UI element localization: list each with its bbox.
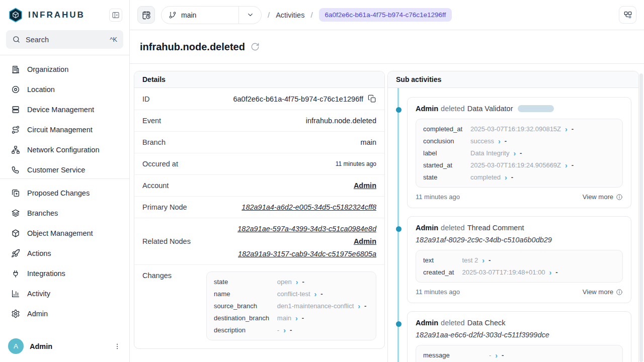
change-key: description — [214, 326, 269, 334]
sidebar-item-circuit-management[interactable]: Circuit Management — [6, 120, 123, 140]
refresh-button[interactable] — [251, 42, 260, 51]
change-arrow-icon: › — [495, 352, 498, 359]
plug-icon — [11, 269, 20, 278]
bar-chart-icon — [11, 289, 20, 298]
copy-icon[interactable] — [368, 95, 376, 103]
info-icon — [616, 194, 623, 201]
view-more-link[interactable]: View more — [583, 288, 623, 296]
breadcrumb-activities[interactable]: Activities — [276, 11, 304, 19]
nav-label: Location — [27, 85, 55, 94]
sidebar-nav-primary: Organization Location Device Management … — [0, 55, 129, 178]
related-node-link[interactable]: 182a91a9-3157-cab9-34dc-c51975e6805a — [238, 250, 376, 258]
sidebar-item-location[interactable]: Location — [6, 79, 123, 100]
node-id: 182a91aa-e6c6-d2fd-303d-c511f3999dce — [416, 331, 623, 339]
details-header: Details — [134, 71, 384, 88]
gear-icon — [11, 309, 20, 318]
nav-label: Branches — [27, 209, 58, 217]
kebab-menu-icon[interactable] — [113, 342, 121, 350]
detail-row-related-nodes: Related Nodes 182a91ae-597a-4399-34d3-c5… — [134, 218, 384, 265]
card-title: Admin deleted Thread Comment — [416, 224, 623, 232]
sidebar-item-admin[interactable]: Admin — [6, 304, 123, 324]
card-footer: 11 minutes ago View more — [416, 288, 623, 296]
breadcrumb-activity-id[interactable]: 6a0f2e6c-b61a-4f75-b974-c76c1e1296ff — [319, 8, 452, 22]
branch-selector-dropdown[interactable] — [238, 7, 261, 24]
card-title: Admin deleted Data Check — [416, 319, 623, 327]
sidebar-item-organization[interactable]: Organization — [6, 59, 123, 79]
nav-label: Integrations — [27, 269, 65, 278]
infrahub-logo-icon — [8, 8, 23, 23]
page-scrollbar[interactable] — [639, 73, 643, 362]
related-node-link[interactable]: Admin — [354, 237, 376, 245]
detail-row-branch: Branch main — [134, 132, 384, 153]
nav-label: Organization — [27, 65, 68, 73]
nav-label: Object Management — [27, 229, 93, 237]
nav-label: Customer Service — [27, 166, 85, 174]
change-arrow-icon: › — [505, 174, 507, 181]
id-value: 6a0f2e6c-b61a-4f75-b974-c76c1e1296ff — [233, 95, 363, 103]
change-arrow-icon: › — [565, 126, 568, 133]
breadcrumb-separator: / — [310, 11, 312, 19]
nav-label: Activity — [27, 290, 50, 298]
search-shortcut: ^K — [110, 36, 117, 43]
sidebar-item-object-management[interactable]: Object Management — [6, 223, 123, 243]
sidebar-item-integrations[interactable]: Integrations — [6, 263, 123, 284]
sidebar-item-customer-service[interactable]: Customer Service — [6, 160, 123, 178]
route-icon — [11, 125, 20, 134]
location-icon — [11, 85, 20, 94]
workflow-icon — [623, 11, 632, 20]
subactivity-card-data-validator: Admin deleted Data Validator completed_a… — [407, 97, 631, 208]
sidebar-item-activity[interactable]: Activity — [6, 284, 123, 304]
page-header: infrahub.node.deleted — [130, 30, 644, 64]
sidebar-item-network-configuration[interactable]: Network Configuration — [6, 140, 123, 160]
calendar-clock-icon — [142, 11, 151, 20]
change-arrow-icon: › — [482, 257, 485, 264]
search-input[interactable]: Search ^K — [6, 30, 123, 49]
event-value: infrahub.node.deleted — [306, 117, 376, 125]
sidebar-item-proposed-changes[interactable]: Proposed Changes — [6, 183, 123, 203]
change-arrow-icon: › — [358, 303, 360, 310]
related-node-link[interactable]: 182a91ae-597a-4399-34d3-c51ca0984e8d — [237, 225, 376, 233]
detail-row-event: Event infrahub.node.deleted — [134, 110, 384, 132]
search-placeholder: Search — [26, 36, 49, 44]
change-arrow-icon: › — [549, 269, 552, 276]
branch-selector[interactable]: main — [161, 6, 262, 24]
sidebar-item-branches[interactable]: Branches — [6, 203, 123, 223]
detail-row-occured-at: Occured at 11 minutes ago — [134, 153, 384, 175]
time-travel-button[interactable] — [137, 6, 155, 24]
info-icon — [616, 289, 623, 296]
nav-label: Actions — [27, 249, 51, 257]
sidebar-item-device-management[interactable]: Device Management — [6, 100, 123, 120]
attributes-box: message -›- keep_branch -›- enriched_con… — [416, 345, 623, 362]
time-ago: 11 minutes ago — [416, 288, 460, 296]
cube-icon — [11, 229, 20, 238]
content: Details ID 6a0f2e6c-b61a-4f75-b974-c76c1… — [130, 64, 644, 362]
occured-at-value: 11 minutes ago — [336, 160, 376, 167]
page-title: infrahub.node.deleted — [140, 41, 245, 53]
node-id: 182a91af-8029-2c9c-34db-c510a6b0db29 — [416, 236, 623, 244]
git-branch-icon — [169, 11, 177, 19]
card-title: Admin deleted Data Validator — [416, 105, 623, 113]
view-more-link[interactable]: View more — [583, 193, 623, 201]
detail-row-primary-node: Primary Node 182a91a4-a6d2-e005-34d5-c51… — [134, 197, 384, 218]
tasks-button[interactable] — [619, 6, 636, 24]
customer-service-icon — [11, 165, 20, 174]
chevron-down-icon — [247, 11, 254, 19]
layers-icon — [11, 209, 20, 218]
primary-node-link[interactable]: 182a91a4-a6d2-e005-34d5-c5182324cff8 — [242, 203, 376, 211]
change-arrow-icon: › — [498, 138, 501, 145]
account-link[interactable]: Admin — [354, 182, 376, 190]
user-menu[interactable]: A Admin — [0, 331, 129, 362]
search-icon — [12, 35, 21, 44]
sidebar-collapse-button[interactable] — [109, 9, 122, 22]
refresh-icon — [251, 42, 260, 51]
change-arrow-icon: › — [314, 291, 317, 298]
sidebar-item-actions[interactable]: Actions — [6, 243, 123, 263]
changes-box: state open›- name conflict-test›- source… — [206, 272, 376, 340]
nav-label: Network Configuration — [27, 146, 99, 154]
timeline-dot — [396, 107, 401, 113]
change-arrow-icon: › — [565, 162, 568, 169]
change-arrow-icon: › — [295, 315, 298, 322]
nav-label: Admin — [27, 310, 48, 318]
sidebar-nav-secondary: Proposed Changes Branches Object Managem… — [0, 179, 129, 324]
branch-selector-value[interactable]: main — [162, 7, 238, 24]
